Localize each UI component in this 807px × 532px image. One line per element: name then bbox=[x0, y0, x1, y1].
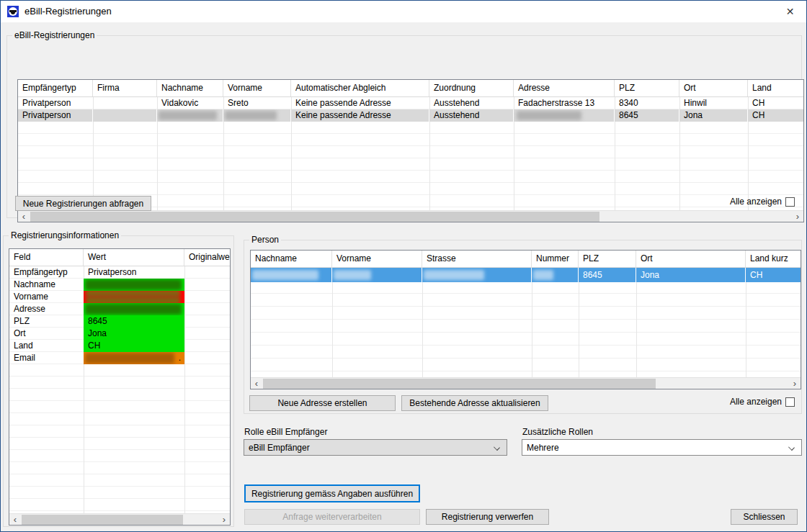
table-row-selected[interactable]: Privatperson Keine passende Adresse Auss… bbox=[18, 109, 803, 122]
cell-nummer-redacted bbox=[532, 268, 579, 282]
registration-info-groupbox: Registrierungsinformationen Feld Wert Or… bbox=[3, 235, 234, 527]
person-row-selected[interactable]: 8645 Jona CH bbox=[251, 268, 801, 282]
column-header[interactable]: Originalwert bbox=[184, 249, 230, 266]
info-row[interactable]: Vorname bbox=[9, 291, 230, 303]
column-header[interactable]: Firma bbox=[93, 80, 157, 96]
cell-field: Land bbox=[9, 340, 84, 352]
registrations-group-label: eBill-Registrierungen bbox=[12, 30, 97, 40]
column-header[interactable]: Ort bbox=[636, 251, 746, 267]
scroll-right-icon[interactable]: › bbox=[218, 514, 230, 526]
column-header[interactable]: Automatischer Abgleich bbox=[291, 80, 429, 96]
cell-empfaengertyp: Privatperson bbox=[18, 109, 93, 122]
cell-vorname: Sreto bbox=[223, 97, 291, 109]
horizontal-scrollbar[interactable]: ‹ › bbox=[251, 377, 801, 389]
info-row[interactable]: Empfängertyp Privatperson bbox=[9, 266, 230, 279]
info-row[interactable]: Ort Jona bbox=[9, 328, 230, 340]
new-address-button[interactable]: Neue Adresse erstellen bbox=[249, 395, 396, 411]
registrations-groupbox: eBill-Registrierungen Empfängertyp Firma… bbox=[6, 35, 802, 218]
column-header[interactable]: Nachname bbox=[251, 251, 332, 267]
redaction-blur bbox=[85, 353, 174, 364]
column-header[interactable]: Land kurz bbox=[746, 251, 801, 267]
horizontal-scrollbar[interactable]: ‹ › bbox=[9, 513, 230, 525]
show-all-checkbox[interactable] bbox=[785, 197, 795, 207]
scrollbar-thumb[interactable] bbox=[22, 515, 183, 525]
query-registrations-button[interactable]: Neue Registrierungen abfragen bbox=[15, 196, 151, 211]
table-row[interactable]: Privatperson Vidakovic Sreto Keine passe… bbox=[18, 97, 803, 109]
scrollbar-thumb[interactable] bbox=[263, 379, 656, 389]
close-button[interactable]: ✕ bbox=[774, 1, 806, 22]
cell-field: Adresse bbox=[9, 303, 84, 315]
scrollbar-thumb[interactable] bbox=[30, 212, 599, 222]
cell-value: CH bbox=[84, 340, 184, 352]
column-header[interactable]: Vorname bbox=[332, 251, 422, 267]
execute-registration-button[interactable]: Registrierung gemäss Angaben ausführen bbox=[244, 484, 420, 502]
show-all-checkbox[interactable] bbox=[785, 397, 795, 407]
cell-ort: Jona bbox=[636, 268, 746, 282]
window-title: eBill-Registrierungen bbox=[24, 6, 112, 17]
redaction-blur bbox=[517, 111, 581, 120]
cell-field: Email bbox=[9, 352, 84, 364]
column-header[interactable]: Wert bbox=[84, 249, 184, 266]
redaction-blur bbox=[159, 111, 217, 120]
cell-originalwert bbox=[184, 315, 230, 328]
column-header[interactable]: PLZ bbox=[615, 80, 679, 96]
cell-value: 8645 bbox=[84, 315, 184, 328]
cell-originalwert bbox=[184, 340, 230, 352]
column-header[interactable]: Ort bbox=[679, 80, 748, 96]
cell-originalwert bbox=[184, 266, 230, 279]
redaction-blur bbox=[533, 270, 553, 280]
info-row[interactable]: Nachname bbox=[9, 279, 230, 291]
discard-registration-button[interactable]: Registrierung verwerfen bbox=[426, 509, 549, 525]
column-header[interactable]: Land bbox=[748, 80, 803, 96]
redaction-blur bbox=[85, 304, 182, 315]
scroll-left-icon[interactable]: ‹ bbox=[251, 378, 262, 389]
cell-plz: 8340 bbox=[615, 97, 679, 109]
cell-strasse-redacted bbox=[422, 268, 532, 282]
column-header[interactable]: Nummer bbox=[532, 251, 579, 267]
person-table-header: Nachname Vorname Strasse Nummer PLZ Ort … bbox=[251, 251, 801, 268]
role-dropdown[interactable]: eBill Empfänger bbox=[244, 439, 507, 456]
scroll-right-icon[interactable]: › bbox=[792, 211, 803, 222]
role-dropdown-value: eBill Empfänger bbox=[249, 443, 310, 453]
column-header[interactable]: PLZ bbox=[579, 251, 636, 267]
column-header[interactable]: Nachname bbox=[157, 80, 223, 96]
column-header[interactable]: Adresse bbox=[514, 80, 615, 96]
additional-roles-dropdown[interactable]: Mehrere bbox=[522, 439, 802, 456]
close-dialog-button[interactable]: Schliessen bbox=[731, 509, 798, 525]
cell-originalwert bbox=[184, 291, 230, 303]
close-icon: ✕ bbox=[786, 6, 795, 17]
column-header[interactable]: Vorname bbox=[223, 80, 291, 96]
show-all-label: Alle anzeigen bbox=[730, 197, 782, 207]
show-all-label: Alle anzeigen bbox=[730, 397, 782, 407]
cell-value-redacted bbox=[84, 279, 184, 291]
person-group-label: Person bbox=[249, 235, 281, 245]
info-row[interactable]: Email . bbox=[9, 352, 230, 364]
column-header[interactable]: Strasse bbox=[422, 251, 532, 267]
cell-land: CH bbox=[748, 109, 803, 122]
app-window: eBill-Registrierungen ✕ eBill-Registrier… bbox=[0, 0, 807, 532]
cell-field: Empfängertyp bbox=[9, 266, 84, 279]
update-address-button[interactable]: Bestehende Adresse aktualisieren bbox=[401, 395, 548, 411]
show-all-top: Alle anzeigen bbox=[730, 197, 795, 207]
chevron-down-icon bbox=[494, 444, 500, 451]
scroll-right-icon[interactable]: › bbox=[789, 378, 801, 389]
cell-originalwert bbox=[184, 279, 230, 291]
info-row[interactable]: Adresse bbox=[9, 303, 230, 315]
info-row[interactable]: Land CH bbox=[9, 340, 230, 352]
additional-roles-dropdown-value: Mehrere bbox=[527, 443, 559, 453]
cell-value-redacted: . bbox=[84, 352, 184, 364]
cell-firma bbox=[93, 97, 157, 109]
redaction-blur bbox=[85, 279, 182, 290]
column-header[interactable]: Zuordnung bbox=[429, 80, 514, 96]
column-header[interactable]: Empfängertyp bbox=[18, 80, 93, 96]
info-row[interactable]: PLZ 8645 bbox=[9, 315, 230, 328]
column-header[interactable]: Feld bbox=[9, 249, 84, 266]
cell-value: Privatperson bbox=[84, 266, 184, 279]
role-label: Rolle eBill Empfänger bbox=[244, 427, 327, 437]
horizontal-scrollbar[interactable]: ‹ › bbox=[18, 210, 803, 222]
scroll-left-icon[interactable]: ‹ bbox=[18, 211, 30, 222]
registration-info-group-label: Registrierungsinformationen bbox=[9, 230, 121, 240]
scroll-left-icon[interactable]: ‹ bbox=[9, 514, 21, 526]
redaction-blur bbox=[334, 270, 371, 280]
process-request-button[interactable]: Anfrage weiterverarbeiten bbox=[244, 509, 420, 525]
